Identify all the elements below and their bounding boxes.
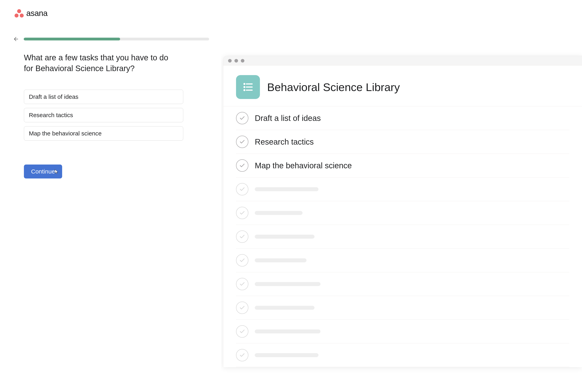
check-circle-icon — [236, 112, 248, 124]
task-text: Research tactics — [255, 138, 314, 146]
window-dot-green — [241, 59, 244, 62]
continue-button[interactable]: Continue — [24, 164, 62, 178]
arrow-left-icon — [13, 36, 19, 42]
cursor-icon — [54, 169, 58, 174]
back-button[interactable] — [13, 36, 19, 42]
task-inputs-group — [24, 90, 209, 141]
svg-point-7 — [244, 84, 245, 84]
task-text: Draft a list of ideas — [255, 114, 321, 123]
preview-window: Behavioral Science Library Draft a list … — [223, 56, 582, 367]
task-placeholder — [255, 353, 318, 357]
window-dot-yellow — [234, 59, 238, 62]
check-circle-icon — [236, 349, 248, 361]
task-row: Map the behavioral science — [236, 154, 569, 178]
task-placeholder — [255, 258, 306, 262]
project-title: Behavioral Science Library — [267, 81, 400, 94]
task-placeholder — [255, 187, 318, 191]
task-row: Research tactics — [236, 130, 569, 154]
task-row-placeholder — [236, 201, 569, 225]
task-row-placeholder — [236, 248, 569, 272]
check-circle-icon — [236, 325, 248, 338]
project-preview-panel: Behavioral Science Library Draft a list … — [221, 0, 582, 392]
task-placeholder — [255, 306, 314, 310]
check-circle-icon — [236, 207, 248, 219]
task-text: Map the behavioral science — [255, 161, 352, 170]
progress-nav-row — [24, 36, 209, 42]
task-input-1[interactable] — [24, 90, 183, 104]
task-input-2[interactable] — [24, 108, 183, 122]
check-circle-icon — [236, 278, 248, 290]
window-chrome — [223, 56, 582, 66]
check-circle-icon — [236, 254, 248, 266]
preview-task-list: Draft a list of ideas Research tactics M… — [223, 106, 582, 367]
check-circle-icon — [236, 183, 248, 196]
task-input-3[interactable] — [24, 126, 183, 141]
task-placeholder — [255, 282, 320, 286]
check-circle-icon — [236, 136, 248, 148]
task-row-placeholder — [236, 272, 569, 296]
check-circle-icon — [236, 230, 248, 243]
list-icon — [242, 81, 254, 93]
task-row-placeholder — [236, 225, 569, 248]
task-row-placeholder — [236, 296, 569, 320]
svg-point-9 — [244, 90, 245, 90]
task-placeholder — [255, 211, 302, 215]
task-placeholder — [255, 330, 320, 334]
task-row: Draft a list of ideas — [236, 106, 569, 130]
onboarding-question: What are a few tasks that you have to do… — [24, 52, 179, 74]
onboarding-progress-bar — [24, 38, 209, 40]
check-circle-icon — [236, 302, 248, 314]
task-row-placeholder — [236, 320, 569, 344]
task-row-placeholder — [236, 344, 569, 367]
onboarding-form-panel: What are a few tasks that you have to do… — [0, 0, 221, 392]
preview-header: Behavioral Science Library — [223, 66, 582, 106]
task-row-placeholder — [236, 178, 569, 201]
project-icon — [236, 75, 260, 99]
window-dot-red — [228, 59, 232, 62]
check-circle-icon — [236, 159, 248, 172]
progress-fill — [24, 38, 120, 40]
svg-point-8 — [244, 87, 245, 88]
task-placeholder — [255, 235, 314, 239]
